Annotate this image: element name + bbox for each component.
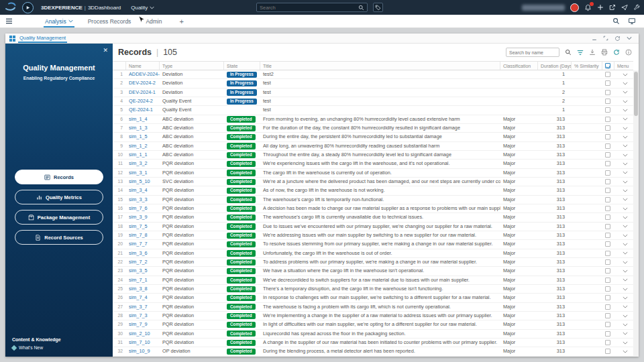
user-name-redacted[interactable]	[522, 5, 565, 11]
row-menu-chevron-icon[interactable]	[623, 243, 628, 246]
record-link[interactable]: ADDEV-2024-1	[129, 71, 160, 77]
tab-admin[interactable]: Admin	[146, 15, 162, 27]
tab-analysis[interactable]: Analysis	[45, 15, 73, 27]
3ds-logo-icon[interactable]	[4, 1, 19, 14]
row-menu-chevron-icon[interactable]	[623, 144, 628, 147]
table-row[interactable]: 11 sim_3_2 PQR deviation Completed We're…	[113, 160, 633, 168]
row-checkbox[interactable]	[605, 295, 610, 300]
row-menu-chevron-icon[interactable]	[623, 251, 628, 255]
row-checkbox[interactable]	[605, 286, 610, 292]
record-link[interactable]: sim_1_1	[129, 152, 148, 158]
table-row[interactable]: 21 sim_3_6 PQR deviation Completed Unfor…	[113, 249, 633, 258]
row-checkbox[interactable]	[605, 99, 610, 104]
record-link[interactable]: sim_10_9	[129, 348, 150, 354]
row-checkbox[interactable]	[605, 179, 610, 184]
table-row[interactable]: 32 sim_10_9 OP deviation Completed Durin…	[113, 347, 633, 356]
row-menu-chevron-icon[interactable]	[623, 198, 628, 201]
record-link[interactable]: sim_3_8	[129, 286, 148, 292]
table-row[interactable]: 8 sim_1_5 ABC deviation Completed During…	[113, 133, 633, 141]
record-link[interactable]: sim_7_9	[129, 321, 148, 327]
sidebar-item-records[interactable]: Records	[15, 170, 103, 184]
user-avatar[interactable]	[570, 3, 579, 12]
table-row[interactable]: 27 sim_3_7 PQR deviation Completed The w…	[113, 303, 633, 312]
share-icon[interactable]	[609, 4, 616, 11]
table-row[interactable]: 4 QE-2024-2 Quality Event In Progress te…	[113, 97, 633, 106]
table-row[interactable]: 13 sim_5_10 SVC deviation Completed We'r…	[113, 178, 633, 186]
record-link[interactable]: sim_7_1	[129, 277, 148, 283]
record-link[interactable]: DEV-2024-1	[129, 89, 156, 95]
sidebar-item-quality-metrics[interactable]: Quality Metrics	[15, 190, 103, 204]
search-content-icon[interactable]	[612, 17, 620, 25]
record-link[interactable]: sim_7_2	[129, 259, 148, 265]
row-checkbox[interactable]	[605, 278, 610, 283]
record-link[interactable]: DEV-2024-2	[129, 80, 156, 86]
row-checkbox[interactable]	[605, 224, 610, 229]
row-checkbox[interactable]	[605, 322, 610, 327]
row-checkbox[interactable]	[605, 206, 610, 211]
row-checkbox[interactable]	[605, 259, 610, 265]
table-row[interactable]: 7 sim_1_3 ABC deviation Completed For th…	[113, 124, 633, 133]
table-row[interactable]: 19 sim_7_8 PQR deviation Completed We're…	[113, 231, 633, 240]
table-row[interactable]: 30 sim_2_10 PQR deviation Completed Liqu…	[113, 330, 633, 339]
table-row[interactable]: 26 sim_7_4 PQR deviation Completed In re…	[113, 294, 633, 302]
filter-list-icon[interactable]	[577, 50, 584, 56]
record-link[interactable]: sim_7_7	[129, 241, 148, 247]
present-screen-icon[interactable]	[628, 17, 636, 25]
record-link[interactable]: sim_3_6	[129, 250, 148, 256]
record-link[interactable]: sim_3_2	[129, 160, 148, 166]
row-menu-chevron-icon[interactable]	[623, 109, 628, 112]
row-menu-chevron-icon[interactable]	[623, 216, 628, 219]
sidebar-item-package-management[interactable]: Package Management	[15, 210, 103, 225]
record-link[interactable]: sim_5_10	[129, 178, 150, 184]
table-row[interactable]: 6 sim_1_4 ABC deviation Completed From m…	[113, 115, 633, 124]
record-link[interactable]: sim_3_5	[129, 267, 148, 274]
table-row[interactable]: 22 sim_7_2 PQR deviation Completed To ad…	[113, 258, 633, 267]
row-checkbox[interactable]	[605, 313, 610, 318]
record-link[interactable]: sim_7_10	[129, 339, 150, 345]
row-checkbox[interactable]	[605, 215, 610, 220]
collapse-chevron-icon[interactable]	[627, 36, 632, 40]
row-checkbox[interactable]	[605, 161, 610, 166]
row-menu-chevron-icon[interactable]	[623, 127, 628, 130]
refresh-icon[interactable]	[614, 36, 621, 42]
row-menu-chevron-icon[interactable]	[623, 180, 628, 184]
row-checkbox[interactable]	[605, 233, 610, 238]
table-row[interactable]: 2 DEV-2024-2 Deviation In Progress test …	[113, 79, 633, 88]
row-checkbox[interactable]	[605, 197, 610, 202]
record-link[interactable]: QE-2024-1	[129, 107, 153, 113]
row-menu-chevron-icon[interactable]	[623, 234, 628, 237]
row-checkbox[interactable]	[605, 241, 610, 247]
row-menu-chevron-icon[interactable]	[623, 154, 628, 157]
tag-icon[interactable]	[373, 3, 383, 12]
info-icon[interactable]	[625, 49, 632, 56]
table-row[interactable]: 12 sim_3_1 PQR deviation Completed The c…	[113, 169, 633, 178]
row-checkbox[interactable]	[605, 152, 610, 158]
row-menu-chevron-icon[interactable]	[623, 82, 628, 85]
row-menu-chevron-icon[interactable]	[623, 90, 628, 94]
row-checkbox[interactable]	[605, 268, 610, 274]
row-checkbox[interactable]	[605, 331, 610, 337]
print-icon[interactable]	[601, 49, 608, 56]
row-checkbox[interactable]	[605, 117, 610, 122]
add-tab-button[interactable]: +	[179, 17, 183, 25]
table-row[interactable]: 10 sim_1_1 ABC deviation Completed Throu…	[113, 151, 633, 160]
global-search-input[interactable]	[257, 5, 358, 11]
row-checkbox[interactable]	[605, 340, 610, 345]
header-name[interactable]: Name	[126, 62, 160, 70]
wrench-icon[interactable]	[633, 4, 640, 11]
header-title[interactable]: Title	[260, 62, 500, 70]
table-row[interactable]: 5 QE-2024-1 Quality Event test 1	[113, 106, 633, 115]
notifications-bell-icon[interactable]	[584, 4, 592, 11]
row-checkbox[interactable]	[605, 125, 610, 131]
row-menu-chevron-icon[interactable]	[623, 288, 628, 291]
table-row[interactable]: 18 sim_7_5 PQR deviation Completed Due t…	[113, 223, 633, 231]
record-link[interactable]: sim_2_10	[129, 330, 150, 337]
hamburger-menu-icon[interactable]	[0, 18, 18, 24]
table-row[interactable]: 20 sim_7_7 PQR deviation Completed To re…	[113, 240, 633, 249]
refresh-icon[interactable]	[613, 49, 620, 56]
record-link[interactable]: sim_1_2	[129, 143, 148, 149]
record-link[interactable]: sim_3_1	[129, 170, 148, 176]
record-link[interactable]: sim_3_4	[129, 187, 148, 193]
export-icon[interactable]	[589, 49, 596, 56]
row-checkbox[interactable]	[605, 90, 610, 95]
